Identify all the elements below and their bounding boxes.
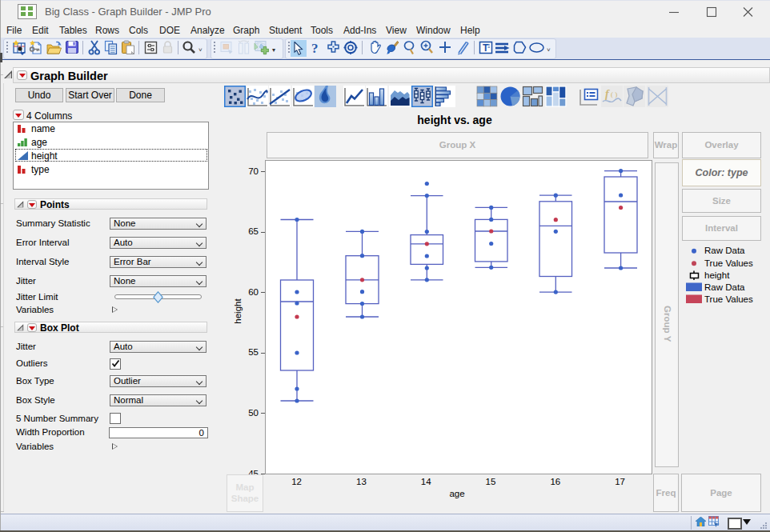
svg-text:?: ? — [311, 41, 319, 56]
svg-text:( ): ( ) — [611, 90, 617, 98]
svg-text:T: T — [483, 42, 489, 54]
